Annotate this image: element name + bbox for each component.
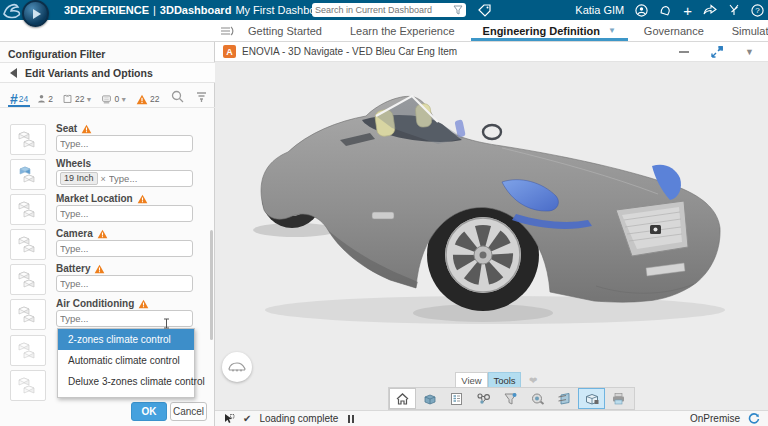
value-chip[interactable]: 19 Inch (60, 172, 98, 185)
product-cubes-icon[interactable] (10, 124, 46, 155)
warning-icon (135, 94, 149, 107)
widget-area: A ENOVIA - 3D Navigate - VED Bleu Car En… (215, 42, 768, 426)
minimize-icon[interactable] (679, 51, 689, 53)
filter-input-box[interactable] (56, 205, 193, 222)
filter-label: Market Location (56, 193, 148, 204)
profile-icon[interactable] (635, 4, 648, 17)
tools-tab[interactable]: Tools (488, 372, 521, 388)
chip-remove-icon[interactable]: × (101, 174, 106, 184)
expand-icon[interactable] (711, 46, 723, 58)
view-tab[interactable]: View (455, 372, 488, 388)
brand-separator: | (153, 4, 156, 16)
filter-input[interactable] (60, 138, 189, 149)
cancel-button[interactable]: Cancel (170, 402, 207, 421)
viewport-tab-group: View Tools ❤ (455, 372, 537, 388)
product-cubes-icon[interactable] (10, 264, 46, 295)
dropdown-option-3[interactable]: Deluxe 3-zones climate control (58, 371, 194, 392)
section-tool-button[interactable] (551, 388, 578, 409)
check-icon: ✔ (243, 413, 251, 424)
ok-button[interactable]: OK (131, 402, 167, 421)
sidebar-scrollbar[interactable] (210, 230, 213, 340)
edit-variants-button[interactable]: Edit Variants and Options (0, 62, 215, 83)
model-tool-button[interactable] (416, 388, 443, 409)
person-icon (36, 94, 47, 107)
tab-chevron-down-icon[interactable]: ▼ (608, 26, 616, 35)
search-box[interactable] (312, 3, 466, 17)
enovia-app-icon: A (223, 45, 236, 58)
filter-row-seat: Seat (0, 122, 215, 157)
chevron-down-icon[interactable]: ▼ (120, 96, 127, 107)
filter-tool-button[interactable] (497, 388, 524, 409)
product-cubes-icon[interactable] (10, 335, 46, 366)
filter-label: Seat (56, 123, 92, 134)
toolbar-collapse-icon[interactable]: ❤ (529, 372, 537, 388)
filter-input-box[interactable] (56, 310, 193, 327)
tab-getting-started[interactable]: Getting Started (234, 20, 336, 41)
filter-input[interactable] (60, 208, 189, 219)
collaboration-icon[interactable] (728, 4, 740, 16)
section-icon (557, 392, 573, 406)
widget-menu-chevron-icon[interactable]: ▼ (745, 47, 754, 57)
tag-icon[interactable] (478, 4, 491, 17)
car-assistant-button[interactable] (222, 352, 252, 382)
counter-excluded[interactable]: 22 ▼ (59, 86, 94, 107)
print-tool-button[interactable] (605, 388, 632, 409)
filter-input[interactable] (60, 243, 189, 254)
select-cursor-icon[interactable] (223, 413, 235, 425)
notifications-bell-icon[interactable] (659, 4, 672, 17)
tab-simulation[interactable]: Simulation (718, 20, 768, 41)
search-input[interactable] (315, 5, 453, 15)
measure-icon (530, 392, 545, 406)
tab-learn-the-experience[interactable]: Learn the Experience (336, 20, 469, 41)
filter-options-icon[interactable] (196, 90, 207, 103)
filter-input[interactable] (109, 173, 189, 184)
counter-warnings[interactable]: 22 (133, 86, 161, 107)
tab-governance[interactable]: Governance (630, 20, 718, 41)
add-content-icon[interactable]: + (683, 2, 692, 19)
share-icon[interactable] (703, 4, 717, 16)
counter-parts[interactable]: # 24 (8, 86, 30, 107)
pause-icon[interactable] (348, 415, 354, 423)
filter-label: Camera (56, 228, 108, 239)
filter-input-box[interactable]: 19 Inch × (56, 170, 193, 187)
search-filter-icon[interactable] (453, 5, 463, 15)
filter-input-box[interactable] (56, 240, 193, 257)
kinematics-icon (476, 392, 491, 406)
car-silhouette-icon (228, 361, 246, 373)
filter-input-box[interactable] (56, 135, 193, 152)
exclude-box-icon (61, 94, 74, 107)
counter-people[interactable]: 2 (34, 86, 55, 107)
3d-viewport[interactable]: View Tools ❤ (215, 62, 768, 410)
help-icon[interactable]: ? (751, 4, 764, 17)
measure-tool-button[interactable] (524, 388, 551, 409)
tabs-menu-icon[interactable] (220, 20, 234, 41)
filter-row-battery: Battery (0, 262, 215, 297)
product-cubes-icon[interactable] (10, 370, 46, 401)
filter-input[interactable] (60, 278, 189, 289)
product-cubes-icon-selected[interactable] (10, 159, 46, 190)
svg-text:?: ? (755, 6, 760, 15)
tab-engineering-definition[interactable]: Engineering Definition ▼ (469, 20, 630, 41)
warning-icon (138, 299, 149, 309)
3d-compass-button[interactable] (22, 0, 49, 27)
user-name[interactable]: Katia GIM (575, 4, 624, 16)
home-icon (395, 392, 410, 406)
product-cubes-icon[interactable] (10, 299, 46, 330)
device-icon (100, 94, 113, 107)
counter-devices[interactable]: 0 ▼ (98, 86, 129, 107)
clipping-box-tool-button[interactable] (578, 388, 605, 409)
kinematics-tool-button[interactable] (470, 388, 497, 409)
product-cubes-icon[interactable] (10, 194, 46, 225)
dropdown-option-1[interactable]: 2-zones climate control (58, 329, 194, 350)
tools-toolbar (388, 387, 635, 410)
search-icon[interactable] (171, 90, 184, 103)
chevron-down-icon[interactable]: ▼ (85, 96, 92, 107)
specification-tool-button[interactable] (443, 388, 470, 409)
dropdown-option-2[interactable]: Automatic climate control (58, 350, 194, 371)
warning-icon (94, 264, 105, 274)
product-cubes-icon[interactable] (10, 229, 46, 260)
filter-label: Battery (56, 263, 105, 274)
home-tool-button[interactable] (389, 388, 416, 409)
app-name: 3DDashboard (160, 4, 232, 16)
filter-input-box[interactable] (56, 275, 193, 292)
